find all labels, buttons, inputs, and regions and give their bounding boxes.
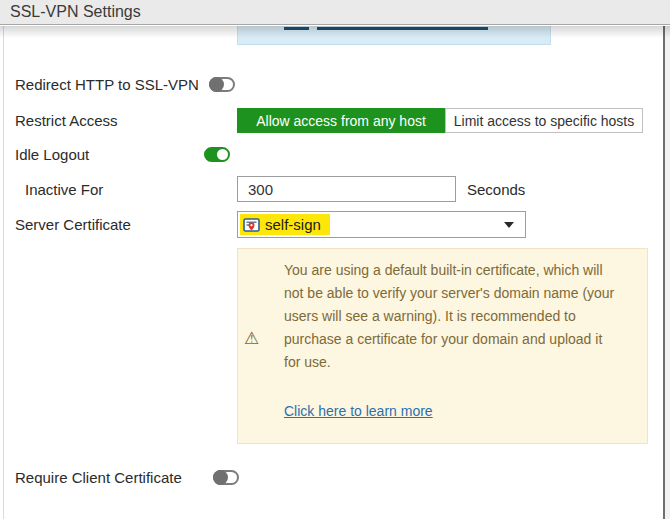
require-client-certificate-label: Require Client Certificate [15,467,182,488]
clipped-text-fragment [284,27,309,30]
panel-left-border [3,26,4,519]
server-certificate-select[interactable]: self-sign [237,211,526,238]
idle-logout-label: Idle Logout [15,144,89,165]
toggle-knob [213,470,228,485]
selected-certificate-value: self-sign [265,216,321,233]
info-banner-partial [237,26,551,45]
redirect-http-toggle[interactable] [209,77,235,92]
inactive-for-label: Inactive For [25,179,103,200]
warning-triangle-icon: ⚠ [244,330,259,347]
clipped-text-fragment [317,27,488,30]
scroll-gutter [665,26,670,519]
limit-specific-hosts-button[interactable]: Limit access to specific hosts [445,108,643,133]
toggle-knob [209,77,224,92]
page-title-bar: SSL-VPN Settings [0,0,670,25]
warning-message: You are using a default built-in certifi… [284,259,616,374]
chevron-down-icon [504,222,514,228]
seconds-unit-label: Seconds [467,179,525,200]
learn-more-link[interactable]: Click here to learn more [284,403,433,419]
inactive-seconds-input[interactable] [237,176,456,202]
restrict-access-label: Restrict Access [15,110,118,131]
selected-certificate-highlight: self-sign [240,214,330,235]
idle-logout-toggle[interactable] [204,147,230,162]
allow-any-host-button[interactable]: Allow access from any host [237,108,445,133]
ssl-vpn-settings-page: SSL-VPN Settings Redirect HTTP to SSL-VP… [0,0,670,519]
certificate-icon [243,218,260,232]
redirect-http-label: Redirect HTTP to SSL-VPN [15,74,199,95]
server-certificate-label: Server Certificate [15,214,131,235]
certificate-warning-box: ⚠ You are using a default built-in certi… [237,248,648,444]
require-client-certificate-toggle[interactable] [213,470,239,485]
toggle-knob [217,149,228,160]
page-title: SSL-VPN Settings [10,3,141,21]
